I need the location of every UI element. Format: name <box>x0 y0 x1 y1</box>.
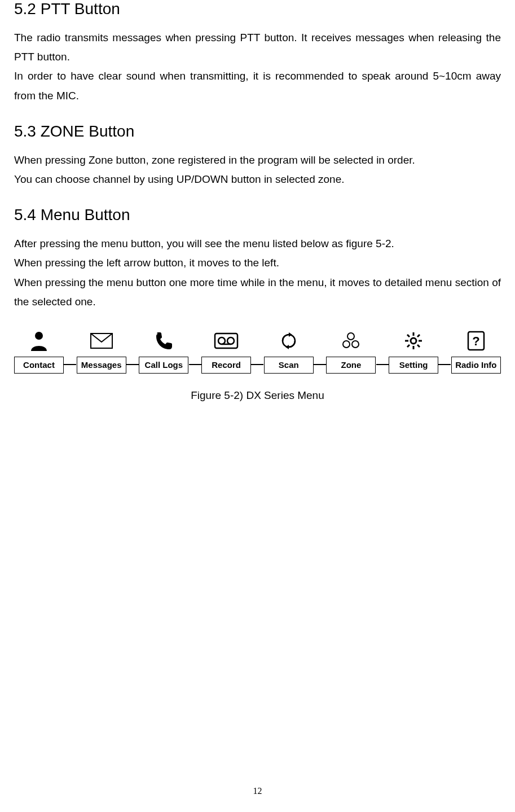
menu-item-radio-info: ? Radio Info <box>451 328 501 374</box>
svg-point-7 <box>343 341 350 348</box>
connector <box>314 364 326 365</box>
menu-item-setting: Setting <box>389 328 438 374</box>
connector <box>376 364 389 365</box>
body-paragraph: When pressing Zone button, zone register… <box>14 151 501 189</box>
svg-point-0 <box>35 332 43 340</box>
body-paragraph: After pressing the menu button, you will… <box>14 234 501 311</box>
menu-item-record: Record <box>201 328 251 374</box>
menu-label: Record <box>201 357 251 374</box>
menu-diagram: Contact Messages Call Logs Record Scan Z <box>14 328 501 374</box>
connector <box>126 364 139 365</box>
question-icon: ? <box>467 328 485 353</box>
menu-item-zone: Zone <box>326 328 376 374</box>
connector <box>251 364 263 365</box>
svg-point-6 <box>347 333 354 340</box>
phone-icon <box>155 328 173 353</box>
connector <box>438 364 451 365</box>
menu-item-scan: Scan <box>264 328 314 374</box>
section-body-5-2: The radio transmits messages when pressi… <box>14 28 501 106</box>
menu-label: Setting <box>389 357 438 374</box>
svg-text:?: ? <box>472 334 479 348</box>
tape-icon <box>214 328 239 353</box>
connector <box>189 364 201 365</box>
menu-item-contact: Contact <box>14 328 64 374</box>
section-heading-5-2: 5.2 PTT Button <box>14 0 501 18</box>
page-number: 12 <box>0 786 515 796</box>
circles-icon <box>341 328 360 353</box>
section-heading-5-3: 5.3 ZONE Button <box>14 122 501 141</box>
svg-line-16 <box>417 335 420 337</box>
refresh-icon <box>279 328 298 353</box>
envelope-icon <box>90 328 113 353</box>
menu-label: Call Logs <box>139 357 188 374</box>
menu-label: Radio Info <box>451 357 501 374</box>
svg-point-8 <box>352 341 359 348</box>
contact-icon <box>29 328 49 353</box>
svg-point-9 <box>411 338 416 344</box>
svg-line-14 <box>407 335 410 337</box>
section-heading-5-4: 5.4 Menu Button <box>14 206 501 224</box>
section-body-5-4: After pressing the menu button, you will… <box>14 234 501 311</box>
figure-caption: Figure 5-2) DX Series Menu <box>14 389 501 402</box>
svg-point-4 <box>227 337 234 344</box>
menu-label: Zone <box>326 357 376 374</box>
menu-label: Scan <box>264 357 314 374</box>
connector <box>64 364 76 365</box>
menu-label: Contact <box>14 357 64 374</box>
menu-label: Messages <box>77 357 126 374</box>
section-body-5-3: When pressing Zone button, zone register… <box>14 151 501 189</box>
svg-line-15 <box>417 345 420 347</box>
body-paragraph: The radio transmits messages when pressi… <box>14 28 501 106</box>
svg-line-17 <box>407 345 410 347</box>
svg-point-3 <box>218 337 225 344</box>
gear-icon <box>404 328 423 353</box>
menu-item-call-logs: Call Logs <box>139 328 188 374</box>
menu-item-messages: Messages <box>77 328 126 374</box>
